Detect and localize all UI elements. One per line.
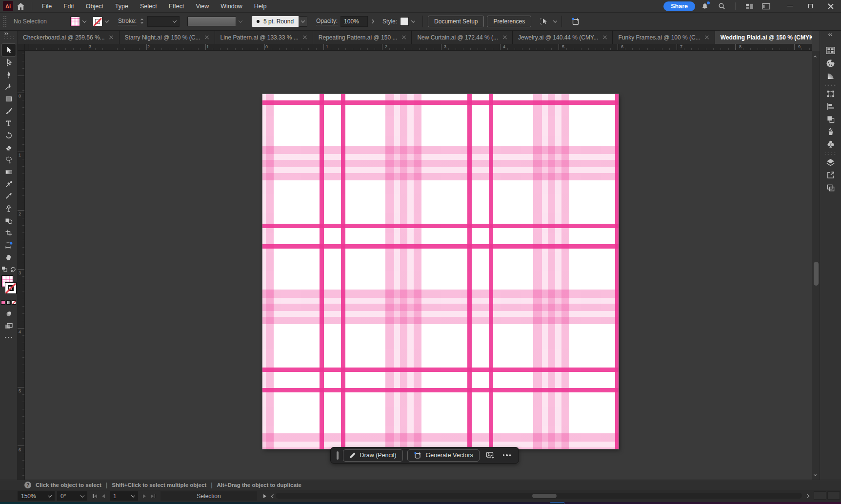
opacity-label[interactable]: Opacity: [316, 18, 338, 25]
toolbar-expand-icon[interactable] [4, 33, 8, 35]
brush-chevron-icon[interactable] [299, 16, 307, 27]
curvature-tool[interactable] [2, 80, 16, 93]
scroll-down-icon[interactable] [814, 473, 817, 476]
eyedropper-tool[interactable] [2, 190, 16, 202]
taskbar-more-options-icon[interactable] [501, 454, 513, 456]
opacity-expand-chevron-icon[interactable] [370, 19, 374, 23]
generate-vectors-button[interactable]: Generate Vectors [407, 449, 480, 462]
color-panel-icon[interactable] [823, 57, 838, 69]
color-button[interactable] [1, 300, 5, 305]
tab-close-icon[interactable] [705, 35, 709, 39]
select-similar-objects-icon[interactable] [537, 16, 551, 27]
select-similar-chevron-icon[interactable] [553, 19, 557, 22]
panels-layout-icon[interactable] [759, 0, 773, 12]
panel-dock-expand-icon[interactable] [829, 34, 833, 36]
artboard-tool[interactable] [2, 227, 16, 239]
canvas-pasteboard[interactable] [25, 51, 812, 480]
scroll-left-icon[interactable] [271, 494, 275, 498]
tab-close-icon[interactable] [602, 35, 607, 39]
drawing-modes-button[interactable] [2, 308, 16, 320]
stroke-weight-dropdown[interactable] [147, 16, 180, 27]
toolbar-grip[interactable] [4, 36, 15, 39]
notifications-bell-icon[interactable] [698, 0, 712, 12]
width-profile-chevron-icon[interactable] [239, 19, 242, 22]
eraser-tool[interactable] [2, 141, 16, 154]
tab-close-icon[interactable] [109, 35, 114, 39]
transform-panel-icon[interactable] [823, 87, 838, 100]
home-icon[interactable] [13, 0, 28, 13]
vertical-ruler[interactable]: 0 1 2 3 4 5 6 [18, 51, 25, 480]
share-button[interactable]: Share [663, 1, 695, 11]
swatches-panel-icon[interactable] [823, 44, 838, 57]
search-icon[interactable] [715, 0, 728, 12]
gradient-tool[interactable] [2, 166, 16, 178]
gradient-panel-icon[interactable] [823, 69, 838, 82]
menu-view[interactable]: View [190, 0, 215, 13]
artboard-number-dropdown[interactable]: 1 [110, 491, 138, 501]
none-button[interactable] [12, 300, 16, 305]
screen-mode-button[interactable] [2, 320, 16, 332]
tab-wedding-plaid[interactable]: Wedding Plaid.ai @ 150 % (CMYK/Preview) [715, 31, 812, 44]
style-swatch[interactable] [400, 17, 409, 26]
artboards-panel-icon[interactable] [823, 181, 838, 194]
draw-pencil-button[interactable]: Draw (Pencil) [343, 449, 403, 462]
scroll-up-icon[interactable] [814, 56, 817, 58]
menu-help[interactable]: Help [248, 0, 273, 13]
tab-repeating-pattern[interactable]: Repeating Pattern.ai @ 150 ... [313, 31, 412, 44]
generate-image-icon[interactable] [484, 449, 497, 462]
menu-type[interactable]: Type [109, 0, 134, 13]
menu-object[interactable]: Object [80, 0, 109, 13]
workspace-switcher-icon[interactable] [742, 0, 756, 12]
next-artboard-icon[interactable] [143, 494, 146, 498]
ruler-origin-corner[interactable] [18, 44, 25, 51]
tab-checkerboard[interactable]: Checkerboard.ai @ 259.56 %... [18, 31, 120, 44]
close-button[interactable] [821, 0, 841, 13]
panel-grip[interactable] [3, 16, 7, 27]
tab-line-pattern[interactable]: Line Pattern.ai @ 133.33 % ... [215, 31, 313, 44]
opacity-input[interactable]: 100% [340, 16, 368, 27]
type-tool[interactable] [2, 117, 16, 129]
tab-close-icon[interactable] [502, 35, 507, 39]
export-panel-icon[interactable] [823, 169, 838, 181]
last-artboard-icon[interactable] [151, 494, 155, 498]
variable-width-profile-dropdown[interactable] [187, 17, 236, 26]
hand-tool[interactable] [2, 251, 16, 263]
maximize-button[interactable] [800, 0, 821, 13]
zoom-level-dropdown[interactable]: 150% [18, 491, 55, 501]
status-play-icon[interactable] [263, 494, 266, 498]
rotate-tool[interactable] [2, 129, 16, 141]
fill-dropdown-chevron-icon[interactable] [82, 19, 86, 22]
menu-select[interactable]: Select [134, 0, 163, 13]
brushes-panel-icon[interactable] [823, 125, 838, 138]
stroke-weight-label[interactable]: Stroke: [118, 18, 137, 25]
width-tool[interactable] [2, 178, 16, 190]
first-artboard-icon[interactable] [93, 494, 97, 498]
horizontal-scrollbar[interactable] [276, 493, 802, 499]
menu-effect[interactable]: Effect [163, 0, 190, 13]
rectangle-tool[interactable] [2, 93, 16, 105]
tab-starry-night[interactable]: Starry Night.ai @ 150 % (C... [120, 31, 215, 44]
scroll-right-icon[interactable] [805, 494, 809, 498]
previous-artboard-icon[interactable] [102, 494, 105, 498]
align-panel-icon[interactable] [823, 100, 838, 113]
layers-panel-icon[interactable] [823, 156, 838, 169]
horizontal-ruler[interactable]: 3 2 1 0 1 2 3 4 5 6 7 8 9 [25, 44, 812, 51]
toolbar-stroke-swatch[interactable] [5, 282, 17, 294]
fill-color-swatch[interactable] [70, 17, 80, 26]
tab-new-curtain[interactable]: New Curtain.ai @ 172.44 % (... [412, 31, 513, 44]
minimize-button[interactable] [780, 0, 800, 13]
tab-close-icon[interactable] [303, 35, 307, 39]
artboard-wedding-plaid[interactable] [262, 94, 619, 449]
tab-close-icon[interactable] [205, 35, 209, 39]
menu-edit[interactable]: Edit [58, 0, 80, 13]
edit-toolbar-button[interactable] [5, 337, 12, 338]
rotation-dropdown[interactable]: 0° [57, 491, 87, 501]
tab-close-icon[interactable] [401, 35, 406, 39]
dimension-tool[interactable] [2, 239, 16, 251]
swap-fill-stroke-icon[interactable] [1, 266, 7, 273]
brush-definition-dropdown[interactable]: 5 pt. Round [252, 16, 299, 27]
tab-funky-frames[interactable]: Funky Frames.ai @ 100 % (C... [613, 31, 715, 44]
lasso-tool[interactable] [2, 154, 16, 166]
symbols-panel-icon[interactable] [823, 138, 838, 151]
style-chevron-icon[interactable] [411, 19, 415, 22]
